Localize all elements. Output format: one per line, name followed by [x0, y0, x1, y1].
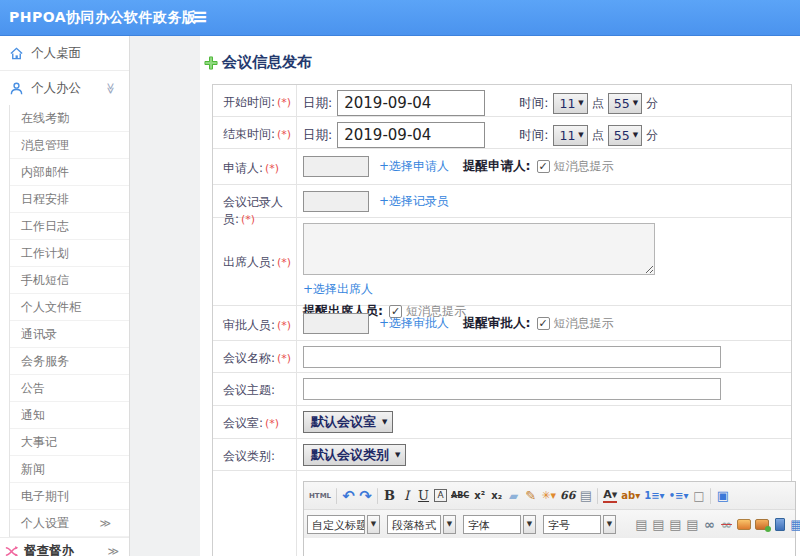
select-attendee-link[interactable]: +选择出席人 [303, 282, 373, 296]
page-title: 会议信息发布 [204, 53, 800, 72]
font-color-icon[interactable]: A▾ [601, 485, 619, 507]
ordered-list-icon[interactable]: 1≡▾ [642, 485, 666, 507]
form-row-content-editor: HTML↶↷BIUAABCx²x₂▰✎✳▾66▤A▾ab▾1≡▾•≡▾□▣ 自定… [213, 471, 791, 556]
bold-icon[interactable]: B [381, 485, 398, 507]
start-date-input[interactable] [337, 90, 485, 116]
caret-down-icon: ▼ [395, 451, 400, 459]
caret-down-icon[interactable]: ▼ [523, 515, 536, 534]
sidebar-submenu: 在线考勤 消息管理 内部邮件 日程安排 工作日志 工作计划 手机短信 个人文件柜… [9, 105, 129, 537]
sidebar-subitem[interactable]: 工作日志 [10, 213, 129, 240]
meeting-name-input[interactable] [303, 346, 721, 368]
meeting-category-select[interactable]: 默认会议类别 ▼ [303, 444, 406, 466]
date-label: 日期: [303, 95, 332, 112]
caret-down-icon[interactable]: ▼ [443, 515, 456, 534]
sidebar-item-personal-office[interactable]: 个人办公 ≫ [0, 71, 129, 105]
table-icon[interactable]: ▦ [788, 513, 800, 535]
superscript-icon[interactable]: x² [471, 485, 488, 507]
link-icon[interactable]: ∞ [701, 513, 718, 535]
sidebar-subitem[interactable]: 手机短信 [10, 267, 129, 294]
select-applicant-link[interactable]: +选择申请人 [379, 158, 449, 175]
editor-format-select[interactable]: 段落格式 ▼ [387, 515, 456, 534]
form-row-approver: 审批人员:(*) +选择审批人 提醒审批人: ✓ 短消息提示 [213, 306, 791, 341]
end-minute-select[interactable]: 55 ▼ [608, 125, 642, 146]
sidebar-item-label: 督查督办 [24, 543, 74, 556]
required-marker: (*) [277, 319, 291, 332]
sidebar-subitem[interactable]: 会务服务 [10, 348, 129, 375]
caret-down-icon[interactable]: ▼ [603, 515, 616, 534]
paste-word-icon[interactable]: ▤ [577, 485, 594, 507]
preview-icon[interactable]: ▣ [714, 485, 731, 507]
required-marker: (*) [277, 256, 291, 269]
unordered-list-icon[interactable]: •≡▾ [667, 485, 691, 507]
editor-format-select[interactable]: 自定义标题 ▼ [307, 515, 380, 534]
select-approver-link[interactable]: +选择审批人 [379, 315, 449, 332]
clean-format-icon[interactable]: ✎ [522, 485, 539, 507]
sidebar-subitem[interactable]: 在线考勤 [10, 105, 129, 132]
sidebar-subitem[interactable]: 新闻 [10, 456, 129, 483]
end-date-input[interactable] [337, 122, 485, 148]
underline-icon[interactable]: U [415, 485, 432, 507]
align-justify-icon[interactable]: ▤ [684, 513, 701, 535]
sidebar-subitem[interactable]: 日程安排 [10, 186, 129, 213]
format-brush-icon[interactable]: ✳▾ [539, 485, 558, 507]
sidebar-subitem[interactable]: 公告 [10, 375, 129, 402]
form-row-start-time: 开始时间:(*) 日期: 时间: 11 ▼ 点 55 ▼ 分 [213, 85, 791, 117]
attendees-textarea[interactable] [303, 223, 655, 275]
hour-unit-label: 点 [592, 95, 604, 112]
meeting-room-select[interactable]: 默认会议室 ▼ [303, 411, 393, 433]
sidebar-subitem[interactable]: 个人文件柜 [10, 294, 129, 321]
form-row-meeting-topic: 会议主题: [213, 373, 791, 406]
editor-format-select[interactable]: 字号 ▼ [543, 515, 616, 534]
sms-checkbox[interactable]: ✓ [537, 160, 550, 173]
separator [710, 488, 711, 504]
end-hour-select[interactable]: 11 ▼ [553, 125, 587, 146]
sidebar-subitem[interactable]: 消息管理 [10, 132, 129, 159]
eraser-icon[interactable]: ▰ [505, 485, 522, 507]
undo-icon[interactable]: ↶ [340, 485, 357, 507]
highlight-icon[interactable]: ab▾ [619, 485, 642, 507]
media-icon[interactable] [753, 513, 771, 535]
select-recorder-link[interactable]: +选择记录员 [379, 193, 449, 210]
align-left-icon[interactable]: ▤ [633, 513, 650, 535]
font-box-icon[interactable]: A [432, 485, 449, 507]
subscript-icon[interactable]: x₂ [488, 485, 505, 507]
unlink-icon[interactable]: ∞ [718, 513, 735, 535]
sidebar-subitem-label: 内部邮件 [21, 164, 69, 181]
align-center-icon[interactable]: ▤ [650, 513, 667, 535]
sidebar-subitem[interactable]: 工作计划 [10, 240, 129, 267]
html-source-icon[interactable]: HTML [307, 485, 333, 507]
align-right-icon[interactable]: ▤ [667, 513, 684, 535]
sidebar-subitem[interactable]: 通知 [10, 402, 129, 429]
meeting-topic-input[interactable] [303, 378, 721, 400]
attachment-icon[interactable] [771, 513, 788, 535]
sidebar-subitem[interactable]: 大事记 [10, 429, 129, 456]
start-hour-select[interactable]: 11 ▼ [553, 93, 587, 114]
sms-checkbox[interactable]: ✓ [537, 317, 550, 330]
sidebar-subitem[interactable]: 内部邮件 [10, 159, 129, 186]
new-page-icon[interactable]: □ [690, 485, 707, 507]
sidebar-subitem-personal-settings[interactable]: 个人设置 ≫ [10, 510, 129, 537]
remind-applicant-label: 提醒申请人: [463, 158, 531, 175]
approver-input[interactable] [303, 313, 369, 334]
hamburger-menu-icon[interactable]: ≡ [192, 5, 208, 27]
editor-content-area[interactable] [304, 538, 795, 556]
recorder-input[interactable] [303, 191, 369, 212]
chevron-down-icon[interactable]: ≫ [105, 82, 118, 94]
applicant-input[interactable] [303, 156, 369, 177]
check-icon: ✓ [538, 318, 547, 329]
sidebar-subitem-label: 日程安排 [21, 191, 69, 208]
start-minute-select[interactable]: 55 ▼ [608, 93, 642, 114]
editor-format-select[interactable]: 字体 ▼ [463, 515, 536, 534]
sidebar-subitem[interactable]: 通讯录 [10, 321, 129, 348]
sidebar-subitem[interactable]: 电子期刊 [10, 483, 129, 510]
strikethrough-icon[interactable]: ABC [449, 485, 471, 507]
redo-icon[interactable]: ↷ [357, 485, 374, 507]
meeting-form: 开始时间:(*) 日期: 时间: 11 ▼ 点 55 ▼ 分 [212, 84, 792, 556]
image-icon[interactable] [735, 513, 753, 535]
italic-icon[interactable]: I [398, 485, 415, 507]
sidebar-item-personal-desktop[interactable]: 个人桌面 [0, 36, 129, 70]
shuffle-icon [4, 544, 19, 556]
sidebar-item-supervision[interactable]: 督查督办 ≫ [0, 537, 129, 556]
caret-down-icon[interactable]: ▼ [367, 515, 380, 534]
blockquote-icon[interactable]: 66 [558, 485, 577, 507]
